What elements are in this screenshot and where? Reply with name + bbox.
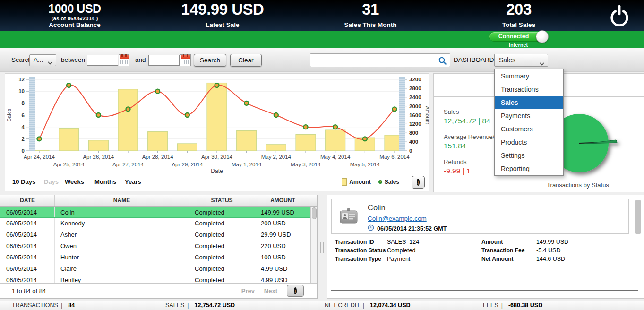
cell-amount: 100 USD <box>255 252 310 263</box>
customer-email-link[interactable]: Colin@example.com <box>368 215 427 222</box>
cell-date: 06/05/2014 <box>0 241 55 252</box>
calendar-to-button[interactable] <box>180 54 191 66</box>
panel-splitter[interactable] <box>318 195 327 299</box>
column-header-date[interactable]: DATE <box>0 195 55 206</box>
cell-name: Claire <box>55 263 189 275</box>
table-row[interactable]: 06/05/2014OwenCompleted220 USD <box>0 241 317 252</box>
detail-field-value: 149.99 USD <box>536 238 631 246</box>
stat-value: 203 <box>445 0 592 19</box>
range-tab-10-days[interactable]: 10 Days <box>12 175 35 189</box>
svg-text:May 4, 2014: May 4, 2014 <box>320 154 351 160</box>
transaction-details: Transaction IDSALES_124Amount149.99 USDT… <box>335 238 631 263</box>
chart-legend: AmountSales <box>342 175 407 189</box>
clock-icon <box>368 224 374 232</box>
svg-text:2400: 2400 <box>409 95 421 100</box>
table-row[interactable]: 06/05/2014ClaireCompleted4.99 USD <box>0 263 317 275</box>
svg-text:Apr 26, 2014: Apr 26, 2014 <box>83 154 114 160</box>
statusbar-item-net-credit: NET CREDIT|12,074.34 USD <box>325 301 411 310</box>
menu-item-payments[interactable]: Payments <box>495 109 563 122</box>
menu-item-settings[interactable]: Settings <box>495 149 563 162</box>
download-icon <box>417 179 420 186</box>
header-stat-total-sales: 203Total Sales <box>445 0 592 31</box>
calendar-from-button[interactable] <box>119 54 129 66</box>
detail-field-value: SALES_124 <box>387 238 481 246</box>
range-tab-months[interactable]: Months <box>94 175 116 189</box>
cell-status: Completed <box>189 263 255 275</box>
menu-item-transactions[interactable]: Transactions <box>495 83 563 96</box>
column-header-status[interactable]: STATUS <box>189 195 255 206</box>
transaction-detail-panel: Colin Colin@example.com 06/05/2014 21:35… <box>327 195 644 299</box>
svg-text:2800: 2800 <box>409 86 421 91</box>
internet-caption: Internet <box>487 42 550 48</box>
range-handle-right[interactable] <box>399 77 405 151</box>
range-handle-left[interactable] <box>29 77 35 151</box>
scrollbar-thumb[interactable] <box>312 207 317 219</box>
cell-amount: 29.99 USD <box>255 229 310 241</box>
cell-amount: 220 USD <box>255 241 310 252</box>
clear-button[interactable]: Clear <box>230 54 262 67</box>
range-tab-days[interactable]: Days <box>44 175 59 189</box>
view-select[interactable]: Sales <box>494 54 548 67</box>
stat-label: Total Sales <box>445 21 592 28</box>
connected-toggle[interactable]: Connected <box>489 32 548 42</box>
toggle-knob[interactable] <box>536 30 549 43</box>
range-tab-years[interactable]: Years <box>125 175 141 189</box>
contact-box: Colin Colin@example.com 06/05/2014 21:35… <box>331 199 629 234</box>
chart-footer: 10 DaysDaysWeeksMonthsYears AmountSales <box>5 175 429 191</box>
table-scrollbar[interactable] <box>310 207 317 283</box>
prev-page-button[interactable]: Prev <box>241 284 255 298</box>
detail-scrollbar-thumb[interactable] <box>635 200 641 234</box>
svg-text:400: 400 <box>409 139 418 145</box>
chart-download-button[interactable] <box>412 176 425 189</box>
menu-item-products[interactable]: Products <box>495 136 563 149</box>
menu-item-summary[interactable]: Summary <box>495 69 563 83</box>
svg-text:Amount: Amount <box>425 106 429 124</box>
statusbar-value: 84 <box>68 302 75 309</box>
statusbar-value: 12,074.34 USD <box>370 302 410 309</box>
search-icon[interactable] <box>438 56 447 67</box>
table-row[interactable]: 06/05/2014HunterCompleted100 USD <box>0 252 317 263</box>
svg-text:May 6, 2014: May 6, 2014 <box>379 154 410 160</box>
cell-status: Completed <box>189 229 255 241</box>
search-field-select[interactable]: A... <box>29 54 56 66</box>
cell-date: 06/05/2014 <box>0 252 55 263</box>
cell-name: Kennedy <box>55 218 189 229</box>
table-download-button[interactable] <box>287 285 304 297</box>
range-tab-weeks[interactable]: Weeks <box>65 175 84 189</box>
table-row[interactable]: 06/05/2014BentleyCompleted4.99 USD <box>0 275 317 283</box>
detail-field-label: Transaction ID <box>335 238 387 246</box>
cell-name: Hunter <box>55 252 189 263</box>
statusbar-label: SALES <box>165 302 184 309</box>
svg-text:1200: 1200 <box>409 121 421 127</box>
menu-item-customers[interactable]: Customers <box>495 122 563 136</box>
cell-status: Completed <box>189 207 255 217</box>
statusbar-label: FEES <box>483 302 498 309</box>
next-page-button[interactable]: Next <box>264 284 277 298</box>
cell-name: Bentley <box>55 275 189 283</box>
power-button[interactable] <box>607 3 632 28</box>
menu-item-sales[interactable]: Sales <box>495 96 563 109</box>
detail-field-value: -5.4 USD <box>536 246 631 255</box>
pie-caption: Transactions by Status <box>512 181 644 189</box>
quick-search-input[interactable] <box>310 54 434 67</box>
detail-field-value: 144.6 USD <box>536 255 631 263</box>
column-header-name[interactable]: NAME <box>55 195 189 206</box>
between-label: between <box>61 48 85 72</box>
table-row[interactable]: 06/05/2014KennedyCompleted200 USD <box>0 218 317 229</box>
detail-field-label: Amount <box>481 238 536 246</box>
detail-field-label: Transaction Fee <box>481 246 536 255</box>
connection-bar: Connected Internet <box>0 31 644 48</box>
cell-name: Colin <box>55 207 189 217</box>
date-from-input[interactable] <box>87 55 118 66</box>
menu-item-reporting[interactable]: Reporting <box>495 162 563 175</box>
table-row[interactable]: 06/05/2014AsherCompleted29.99 USD <box>0 229 317 241</box>
pagination-range: 1 to 84 of 84 <box>12 284 46 298</box>
column-header-amount[interactable]: AMOUNT <box>255 195 310 206</box>
svg-text:1600: 1600 <box>409 112 421 118</box>
table-row[interactable]: 06/05/2014ColinCompleted149.99 USD <box>0 207 317 218</box>
date-to-input[interactable] <box>148 55 180 66</box>
search-button[interactable]: Search <box>194 54 226 67</box>
statusbar-separator: | <box>187 302 189 309</box>
cell-date: 06/05/2014 <box>0 275 55 283</box>
amount-legend-swatch <box>342 178 347 186</box>
